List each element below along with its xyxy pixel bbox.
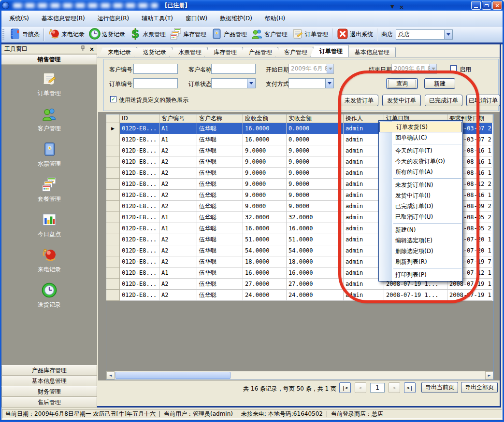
- pin-icon[interactable]: [80, 45, 86, 53]
- sidebar-item-water-ticket[interactable]: 水票管理: [38, 141, 61, 168]
- export-all-pages-button[interactable]: 导出全部页: [461, 382, 498, 393]
- svg-text:$: $: [131, 28, 140, 40]
- start-date-value: 2009年 6月 8日: [289, 65, 327, 73]
- cell-receivable: 9.0000: [243, 190, 287, 201]
- color-display-checkbox[interactable]: ✓: [110, 96, 116, 102]
- toolbar-separator: [332, 28, 332, 41]
- cell-id: 012D-E8...: [120, 245, 159, 256]
- sidebar-item-label: 订单管理: [38, 89, 61, 98]
- order-status-select[interactable]: [211, 78, 256, 88]
- shop-select[interactable]: 总店: [396, 29, 453, 40]
- sidebar-item-today-stocktake[interactable]: 今日盘点: [38, 211, 61, 239]
- toolbar-customer-button[interactable]: 客户管理: [249, 27, 289, 42]
- tab-product[interactable]: 产品管理: [240, 47, 278, 57]
- scroll-right-icon[interactable]: ►: [485, 371, 493, 380]
- status-missed-calls: 未接来电: 本地号码:61640502: [241, 410, 323, 418]
- chevron-down-icon[interactable]: [247, 79, 255, 88]
- col-receivable[interactable]: 应收金额: [243, 114, 287, 123]
- status-login-shop: 当前登录商店：总店: [331, 410, 383, 418]
- close-button-icon[interactable]: ×: [492, 1, 502, 10]
- sidebar-item-label: 客户管理: [38, 125, 61, 133]
- export-current-page-button[interactable]: 导出当前页: [421, 382, 458, 393]
- page-number-input[interactable]: [370, 383, 385, 393]
- toolbar-call-records-button[interactable]: 来电记录: [46, 27, 86, 42]
- cell-received: 16.0000: [287, 267, 344, 279]
- customer-no-input[interactable]: [133, 64, 178, 74]
- menu-basic-info[interactable]: 基本信息管理(B): [35, 12, 91, 25]
- tab-order-mgmt[interactable]: 订单管理: [310, 45, 349, 57]
- scr ollbar-thumb[interactable]: [115, 372, 230, 379]
- tab-close-icon[interactable]: ×: [399, 4, 404, 11]
- tab-call-records[interactable]: 来电记录: [99, 47, 137, 57]
- sidebar-section-product-stock[interactable]: 产品库存管理: [1, 365, 97, 376]
- toolbar-product-button[interactable]: 产品管理: [208, 27, 249, 42]
- tab-list-arrow-icon[interactable]: ▼: [390, 4, 394, 9]
- cell-customer-no: A2: [159, 245, 197, 256]
- col-customer-no[interactable]: 客户编号: [159, 114, 197, 123]
- col-id[interactable]: ID: [120, 114, 159, 123]
- chevron-down-icon[interactable]: [327, 64, 333, 73]
- last-page-button[interactable]: >|: [404, 382, 416, 393]
- menu-data-maintenance[interactable]: 数据维护(D): [214, 12, 259, 25]
- stock-chart-icon: [41, 211, 58, 229]
- sidebar-section-basic-info[interactable]: 基本信息管理: [1, 376, 97, 386]
- menu-window[interactable]: 窗口(W): [179, 12, 214, 25]
- next-page-button[interactable]: >: [389, 382, 400, 393]
- pay-method-select[interactable]: [288, 78, 334, 88]
- sidebar-section-finance[interactable]: 财务管理: [1, 386, 97, 397]
- cell-id: 012D-E8...: [120, 179, 159, 190]
- tool-window-close-icon[interactable]: ×: [89, 46, 94, 53]
- horizontal-scrollbar[interactable]: ◄ ►: [106, 371, 493, 380]
- status-current-date: 当前日期：2009年6月8日星期一 农历己丑[牛]年五月十六: [5, 410, 156, 418]
- sidebar-item-package-mgmt[interactable]: 套餐管理: [38, 176, 61, 203]
- tool-window-titlebar: 工具窗口 ×: [1, 44, 97, 54]
- ticket-book-icon: [41, 141, 58, 159]
- menu-system[interactable]: 系统(S): [3, 12, 35, 25]
- package-grid-icon: [41, 176, 58, 194]
- sidebar-section-sales[interactable]: 销售管理: [1, 54, 97, 65]
- menu-bar: 系统(S) 基本信息管理(B) 运行信息(R) 辅助工具(T) 窗口(W) 数据…: [0, 11, 504, 27]
- toolbar-exit-button[interactable]: 退出系统: [334, 27, 375, 42]
- toolbar-delivery-records-button[interactable]: 送货记录: [86, 27, 127, 42]
- toolbar-inventory-button[interactable]: 库存管理: [168, 27, 208, 42]
- restore-button-icon[interactable]: [482, 1, 491, 10]
- sidebar-item-order-mgmt[interactable]: 订单管理: [38, 70, 61, 98]
- cell-receivable: 9.0000: [243, 168, 287, 179]
- tab-customer[interactable]: 客户管理: [275, 47, 314, 57]
- prev-page-button[interactable]: <: [355, 382, 366, 393]
- cell-customer-no: A2: [159, 156, 197, 168]
- tab-water-ticket[interactable]: 水票管理: [169, 47, 208, 57]
- cell-customer-name: 伍华聪: [197, 290, 243, 301]
- first-page-button[interactable]: |<: [339, 382, 351, 393]
- menu-run-info[interactable]: 运行信息(R): [91, 12, 136, 25]
- cell-customer-name: 伍华聪: [197, 168, 243, 179]
- scroll-left-icon[interactable]: ◄: [106, 371, 115, 380]
- chevron-down-icon[interactable]: [325, 79, 333, 88]
- col-customer-name[interactable]: 客户名称: [197, 114, 243, 123]
- chevron-down-icon[interactable]: [444, 30, 452, 39]
- toolbar-navigator-button[interactable]: 导航条: [7, 27, 42, 42]
- menu-help[interactable]: 帮助(H): [259, 12, 291, 25]
- minimize-button-icon[interactable]: [471, 1, 481, 10]
- sidebar-item-delivery-records[interactable]: 送货记录: [38, 282, 61, 309]
- customer-name-input[interactable]: [211, 64, 256, 74]
- scrollbar-track[interactable]: [115, 371, 485, 380]
- col-received[interactable]: 实收金额: [287, 114, 344, 123]
- tab-inventory[interactable]: 库存管理: [204, 47, 243, 57]
- menu-aux-tools[interactable]: 辅助工具(T): [135, 12, 179, 25]
- tab-delivery-records[interactable]: 送货记录: [134, 47, 173, 57]
- order-no-input[interactable]: [133, 78, 178, 88]
- start-date-picker[interactable]: 2009年 6月 8日: [288, 64, 334, 74]
- cell-id: 012D-E8...: [120, 123, 159, 134]
- sidebar-section-after-sales[interactable]: 售后管理: [1, 397, 97, 408]
- sidebar-item-label: 水票管理: [38, 160, 61, 168]
- cell-received: 51.0000: [287, 234, 344, 245]
- title-bar: [已注册] ×: [0, 0, 504, 11]
- toolbar-grip[interactable]: [2, 29, 4, 41]
- sidebar-item-call-records[interactable]: 来电记录: [38, 247, 61, 274]
- sidebar-item-customer-mgmt[interactable]: 客户管理: [38, 106, 61, 133]
- cell-receivable: 16.0000: [243, 123, 287, 134]
- toolbar-order-button[interactable]: 订单管理: [289, 27, 330, 42]
- toolbar-water-ticket-button[interactable]: $ 水票管理: [127, 27, 168, 42]
- tab-basic-info[interactable]: 基本信息管理: [346, 47, 396, 57]
